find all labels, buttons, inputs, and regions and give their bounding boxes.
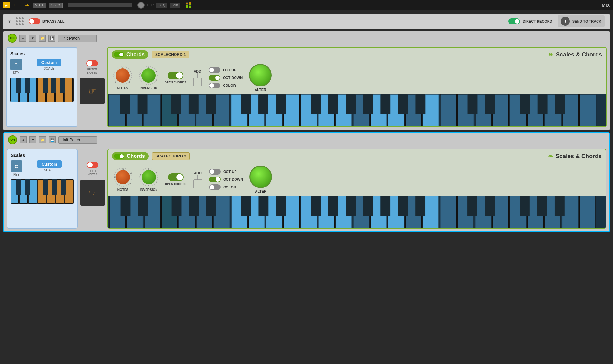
send-to-track-button[interactable]: ⬇ SEND TO TRACK (558, 15, 605, 27)
plugin2-alter-knob[interactable] (249, 166, 272, 188)
plugin2-open-chords-toggle[interactable] (168, 173, 184, 181)
bypass-toggle[interactable]: BYPASS ALL (29, 18, 64, 24)
plugin-instance-2: ON ▲ ▼ 📁 💾 Init Patch Scales C KEY Custo… (3, 132, 610, 232)
plugin2-up-btn[interactable]: ▲ (20, 136, 27, 143)
plugin1-chords-controls: 3 2 4 1 5 NOTES (108, 61, 606, 94)
svg-rect-49 (189, 94, 199, 114)
plugin2-oct-down-label: OCT DOWN (223, 177, 243, 181)
svg-rect-50 (206, 94, 216, 114)
plugin2-open-chords-wrap: OPEN CHORDS (165, 173, 186, 186)
plugin1-save-btn[interactable]: 💾 (48, 35, 55, 42)
level-slider[interactable] (68, 3, 132, 7)
direct-record-switch[interactable] (508, 18, 520, 24)
chevron-down-icon[interactable]: ▾ (8, 19, 11, 24)
plugin1-oct-up-toggle[interactable] (209, 67, 220, 73)
svg-rect-115 (189, 196, 199, 216)
plugin1-oct-down-toggle[interactable] (209, 75, 220, 81)
plugin1-alter-label: ALTER (255, 88, 266, 92)
plugin1-add-label: ADD (194, 69, 201, 73)
svg-rect-120 (311, 196, 321, 216)
svg-rect-58 (380, 94, 390, 114)
plugin1-filter-toggle[interactable] (86, 60, 98, 66)
svg-text:1: 1 (115, 182, 117, 185)
plugin1-folder-btn[interactable]: 📁 (39, 35, 46, 42)
plugin2-oct-up-label: OCT UP (223, 170, 237, 174)
plugin1-key-badge[interactable]: C (10, 59, 22, 70)
svg-rect-127 (467, 196, 477, 216)
plugin2-oct-down-toggle[interactable] (209, 177, 221, 182)
plugin2-chords-controls: 3 2 4 1 5 NOTES (108, 163, 606, 196)
plugin1-oct-down-label: OCT DOWN (223, 76, 243, 80)
level-meters (186, 2, 191, 8)
play-button[interactable]: ▶ (3, 2, 10, 8)
svg-rect-116 (206, 196, 216, 216)
svg-rect-61 (468, 94, 478, 114)
plugin2-folder-btn[interactable]: 📁 (39, 136, 46, 143)
plugin1-alter-knob[interactable] (249, 64, 272, 86)
plugin1-scalechord-badge: SCALECHORD 1 (152, 51, 189, 58)
svg-rect-114 (172, 196, 182, 216)
plugin1-patch-name[interactable]: Init Patch (58, 35, 97, 42)
plugin2-hand-icon[interactable]: ☞ (80, 180, 105, 206)
svg-text:4: 4 (130, 70, 132, 73)
plugin1-hand-icon[interactable]: ☞ (80, 78, 105, 104)
plugin1-scale-label: SCALE (44, 67, 55, 70)
mix-small-button[interactable]: MIX (170, 3, 180, 8)
plugin1-inversion-knob-body[interactable] (141, 68, 156, 83)
plugin1-up-btn[interactable]: ▲ (19, 35, 26, 42)
plugin1-sc-title-text: Scales & Chords (556, 51, 602, 58)
plugin1-down-btn[interactable]: ▼ (29, 35, 36, 42)
plugin2-filter-toggle[interactable] (87, 162, 98, 168)
plugin2-alter-wrap: ALTER (249, 166, 272, 193)
plugin2-inversion-knob-body[interactable] (142, 170, 156, 184)
svg-text:1: 1 (140, 72, 141, 75)
plugin2-inversion-knob[interactable]: 2 1 3 4 0 (139, 167, 158, 187)
plugin1-notes-knob[interactable]: 3 2 4 1 5 (113, 66, 132, 85)
plugin2-patch-name[interactable]: Init Patch (58, 136, 97, 144)
plugin1-big-keyboard[interactable] (108, 94, 606, 126)
svg-text:3: 3 (156, 172, 158, 175)
plugin1-scales-panel: Scales C KEY Custom SCALE (6, 47, 77, 127)
svg-rect-131 (555, 196, 565, 216)
svg-rect-111 (579, 196, 596, 228)
svg-rect-125 (398, 196, 408, 216)
plugin2-scale-badge[interactable]: Custom (37, 160, 62, 168)
bypass-switch[interactable] (29, 18, 40, 24)
plugin1-color-row: COLOR (209, 83, 243, 88)
svg-text:1: 1 (140, 174, 142, 177)
mute-button[interactable]: MUTE (33, 3, 46, 8)
svg-text:4: 4 (156, 181, 158, 184)
plugin2-key-badge[interactable]: C (11, 160, 22, 172)
plugin2-oct-up-toggle[interactable] (209, 169, 221, 175)
plugin1-color-toggle[interactable] (209, 83, 220, 88)
plugin1-chords-toggle[interactable] (114, 52, 124, 57)
svg-rect-37 (440, 94, 457, 126)
plugin2-body: Scales C KEY Custom SCALE (4, 146, 609, 231)
plugin2-save-btn[interactable]: 💾 (49, 136, 56, 143)
svg-rect-52 (258, 94, 268, 114)
plugin1-scale-badge[interactable]: Custom (37, 59, 61, 66)
seq-button[interactable]: SEQ (156, 3, 167, 8)
plugin1-on-badge[interactable]: ON (8, 34, 17, 43)
plugin1-notes-knob-body[interactable] (116, 68, 130, 83)
plugin2-big-keyboard[interactable] (108, 196, 606, 228)
plugin2-color-toggle[interactable] (209, 184, 221, 190)
volume-knob[interactable] (137, 2, 145, 9)
mix-label: MIX (602, 3, 610, 8)
plugin1-open-chords-toggle[interactable] (168, 72, 183, 79)
plugin2-notes-knob-body[interactable] (116, 170, 130, 184)
plugin2-chords-toggle-wrap: Chords (112, 152, 149, 160)
plugin1-alter-wrap: ALTER (249, 64, 272, 92)
plugin1-mini-keyboard[interactable] (10, 78, 74, 102)
plugin2-notes-knob[interactable]: 3 2 4 1 5 (113, 167, 133, 187)
plugin2-mini-keyboard[interactable] (11, 179, 74, 204)
plugin1-inversion-knob[interactable]: 2 1 3 4 0 (139, 66, 158, 85)
solo-button[interactable]: SOLO (49, 3, 63, 8)
plugin2-scales-panel: Scales C KEY Custom SCALE (7, 149, 78, 229)
plugin1-filter-section: FILTERNOTES ☞ (80, 60, 105, 127)
plugin1-oct-section: OCT UP OCT DOWN COLOR (209, 67, 243, 88)
transport-immediate-label: Immediate (14, 3, 30, 7)
plugin2-on-badge[interactable]: ON (8, 135, 17, 144)
plugin2-down-btn[interactable]: ▼ (29, 136, 36, 143)
plugin2-chords-toggle[interactable] (114, 154, 124, 159)
